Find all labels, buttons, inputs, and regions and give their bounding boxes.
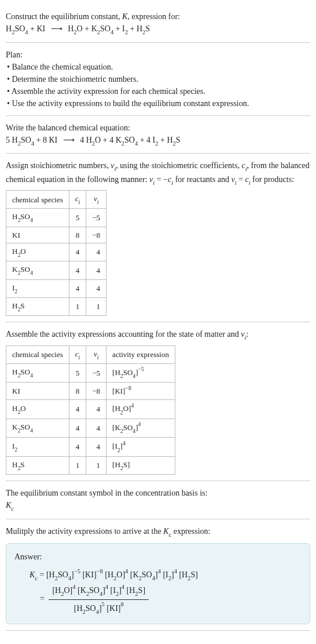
activity-cell: [I2]4 (106, 438, 175, 457)
species-cell: I2 (6, 279, 69, 297)
answer-fraction: [H2O]4 [K2SO4]4 [I2]4 [H2S] [H2SO4]5 [KI… (49, 583, 149, 615)
table-row: K2SO444[K2SO4]4 (6, 419, 175, 438)
nui-cell: −8 (86, 383, 106, 400)
species-cell: KI (6, 383, 69, 400)
assign-section: Assign stoichiometric numbers, νi, using… (6, 154, 310, 322)
symbol-text: The equilibrium constant symbol in the c… (6, 487, 310, 499)
nui-cell: 4 (86, 261, 106, 279)
col-nui: νi (86, 345, 106, 363)
ci-cell: 8 (69, 227, 86, 243)
answer-line-1: Kc = [H2SO4]−5 [KI]−8 [H2O]4 [K2SO4]4 [I… (14, 567, 302, 582)
activity-cell: [H2O]4 (106, 400, 175, 419)
table-row: H2SO45−5[H2SO4]−5 (6, 363, 175, 383)
col-nui: νi (86, 191, 106, 209)
arrow-icon: ⟶ (63, 134, 75, 146)
species-cell: KI (6, 227, 69, 243)
nui-cell: 4 (86, 279, 106, 297)
assemble-text: Assemble the activity expressions accoun… (6, 328, 310, 342)
multiply-section: Mulitply the activity expressions to arr… (6, 519, 310, 631)
table-row: H2S11[H2S] (6, 456, 175, 474)
table-row: H2O44[H2O]4 (6, 400, 175, 419)
table-row: H2SO45−5 (6, 209, 106, 227)
activity-cell: [H2SO4]−5 (106, 363, 175, 383)
ci-cell: 4 (69, 261, 86, 279)
nui-cell: 1 (86, 456, 106, 474)
ci-cell: 4 (69, 419, 86, 438)
col-activity: activity expression (106, 345, 175, 363)
table-row: KI8−8 (6, 227, 106, 243)
plan-bullet: • Assemble the activity expression for e… (7, 85, 310, 97)
col-species: chemical species (6, 191, 69, 209)
plan-bullet: • Use the activity expressions to build … (7, 97, 310, 110)
species-cell: K2SO4 (6, 261, 69, 279)
table-row: H2O44 (6, 243, 106, 261)
col-ci: ci (69, 191, 86, 209)
table-header-row: chemical species ci νi (6, 191, 106, 209)
symbol-kc: Kc (6, 499, 310, 513)
multiply-text: Mulitply the activity expressions to arr… (6, 525, 310, 539)
nui-cell: 4 (86, 438, 106, 457)
species-cell: H2SO4 (6, 209, 69, 227)
table-row: H2S11 (6, 297, 106, 315)
table-row: K2SO444 (6, 261, 106, 279)
activity-cell: [H2S] (106, 456, 175, 474)
nui-cell: −5 (86, 363, 106, 383)
balanced-title: Write the balanced chemical equation: (6, 122, 310, 134)
answer-label: Answer: (14, 551, 302, 563)
table-row: KI8−8[KI]−8 (6, 383, 175, 400)
plan-title: Plan: (6, 49, 310, 61)
answer-line-2: = [H2O]4 [K2SO4]4 [I2]4 [H2S] [H2SO4]5 [… (14, 583, 302, 615)
nui-cell: −8 (86, 227, 106, 243)
plan-bullet: • Balance the chemical equation. (7, 61, 310, 73)
col-species: chemical species (6, 345, 69, 363)
ci-cell: 5 (69, 209, 86, 227)
ci-cell: 4 (69, 279, 86, 297)
species-cell: H2S (6, 456, 69, 474)
fraction-denominator: [H2SO4]5 [KI]8 (49, 600, 149, 616)
stoich-table: chemical species ci νi H2SO45−5KI8−8H2O4… (6, 190, 106, 316)
symbol-section: The equilibrium constant symbol in the c… (6, 481, 310, 519)
intro-section: Construct the equilibrium constant, K, e… (6, 5, 310, 43)
ci-cell: 1 (69, 297, 86, 315)
activity-table: chemical species ci νi activity expressi… (6, 345, 175, 475)
nui-cell: −5 (86, 209, 106, 227)
nui-cell: 4 (86, 243, 106, 261)
species-cell: H2O (6, 243, 69, 261)
nui-cell: 1 (86, 297, 106, 315)
intro-line: Construct the equilibrium constant, K, e… (6, 10, 310, 23)
species-cell: H2SO4 (6, 363, 69, 383)
intro-text-suffix: , expression for: (127, 12, 180, 21)
balanced-section: Write the balanced chemical equation: 5 … (6, 116, 310, 154)
arrow-icon: ⟶ (51, 23, 63, 35)
ci-cell: 4 (69, 438, 86, 457)
assemble-section: Assemble the activity expressions accoun… (6, 322, 310, 481)
activity-cell: [K2SO4]4 (106, 419, 175, 438)
nui-cell: 4 (86, 419, 106, 438)
ci-cell: 1 (69, 456, 86, 474)
intro-text: Construct the equilibrium constant, (6, 12, 122, 21)
answer-box: Answer: Kc = [H2SO4]−5 [KI]−8 [H2O]4 [K2… (6, 543, 310, 624)
assign-text: Assign stoichiometric numbers, νi, using… (6, 159, 310, 187)
plan-bullet: • Determine the stoichiometric numbers. (7, 73, 310, 85)
balanced-equation: 5 H2SO4 + 8 KI ⟶ 4 H2O + 4 K2SO4 + 4 I2 … (6, 134, 310, 148)
ci-cell: 4 (69, 243, 86, 261)
species-cell: H2O (6, 400, 69, 419)
plan-section: Plan: • Balance the chemical equation. •… (6, 43, 310, 116)
ci-cell: 4 (69, 400, 86, 419)
intro-K: K (122, 12, 127, 21)
table-header-row: chemical species ci νi activity expressi… (6, 345, 175, 363)
nui-cell: 4 (86, 400, 106, 419)
ci-cell: 8 (69, 383, 86, 400)
ci-cell: 5 (69, 363, 86, 383)
fraction-numerator: [H2O]4 [K2SO4]4 [I2]4 [H2S] (49, 583, 149, 599)
activity-cell: [KI]−8 (106, 383, 175, 400)
col-ci: ci (69, 345, 86, 363)
species-cell: I2 (6, 438, 69, 457)
species-cell: K2SO4 (6, 419, 69, 438)
table-row: I244[I2]4 (6, 438, 175, 457)
table-row: I244 (6, 279, 106, 297)
unbalanced-equation: H2SO4 + KI ⟶ H2O + K2SO4 + I2 + H2S (6, 23, 310, 37)
species-cell: H2S (6, 297, 69, 315)
